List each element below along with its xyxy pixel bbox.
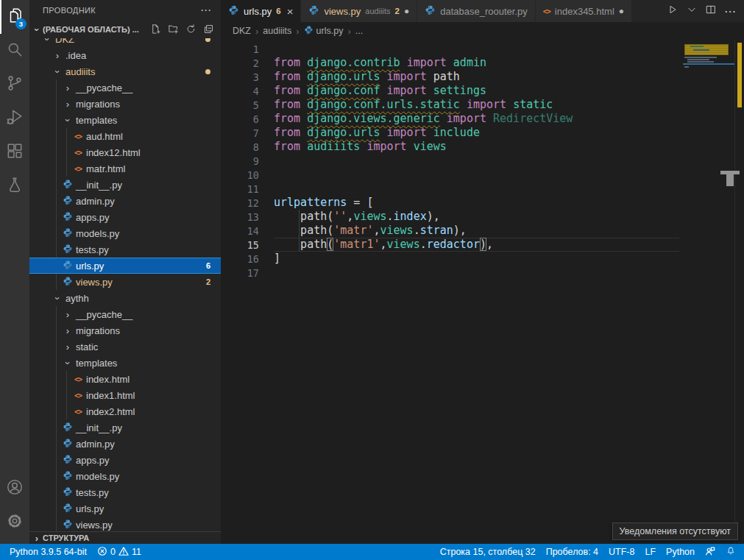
code-line-9[interactable]: 9 bbox=[221, 154, 744, 168]
python-icon bbox=[63, 179, 73, 191]
tab-label: views.py bbox=[324, 6, 361, 17]
code-line-3[interactable]: 3from django.urls import path bbox=[221, 70, 744, 84]
chevron-down-icon: › bbox=[63, 114, 74, 126]
collapse-all-button[interactable] bbox=[202, 23, 215, 36]
tree-file-urls-py[interactable]: urls.py6 bbox=[29, 258, 221, 274]
more-actions-icon[interactable]: ⋯ bbox=[200, 4, 212, 17]
tree-folder--pycache-[interactable]: ›__pycache__ bbox=[29, 306, 221, 322]
code-line-17[interactable]: 17 bbox=[221, 266, 744, 280]
activity-explorer[interactable]: 3 bbox=[0, 0, 29, 34]
activity-extensions[interactable] bbox=[0, 135, 29, 169]
tree-folder-migrations[interactable]: ›migrations bbox=[29, 96, 221, 112]
code-line-12[interactable]: 12urlpatterns = [ bbox=[221, 196, 744, 210]
workspace-section-header[interactable]: › (РАБОЧАЯ ОБЛАСТЬ) ... bbox=[29, 21, 221, 38]
breadcrumb-item[interactable]: urls.py bbox=[304, 25, 344, 37]
tree-folder--pycache-[interactable]: ›__pycache__ bbox=[29, 79, 221, 96]
breadcrumb-item[interactable]: DKZ bbox=[233, 26, 251, 36]
tree-file-index-html[interactable]: <>index.html bbox=[29, 371, 221, 387]
error-icon bbox=[97, 546, 107, 559]
tab-index345-html[interactable]: <>index345.html● bbox=[536, 0, 632, 22]
status-python-interpreter[interactable]: Python 3.9.5 64-bit bbox=[4, 544, 92, 560]
tree-file-views-py[interactable]: views.py bbox=[29, 517, 221, 531]
status-indentation[interactable]: Пробелов: 4 bbox=[541, 544, 603, 560]
tree-file--init-py[interactable]: __init__.py bbox=[29, 177, 221, 193]
chevron-right-icon: › bbox=[62, 309, 74, 320]
tab-views-py[interactable]: views.pyaudiiits2● bbox=[301, 0, 417, 22]
more-actions[interactable]: ⋯ bbox=[722, 2, 738, 20]
activity-search[interactable] bbox=[0, 34, 29, 68]
code-line-1[interactable]: 1 bbox=[221, 42, 744, 56]
tree-folder-templates[interactable]: ›templates bbox=[29, 112, 221, 128]
scrollbar-handle[interactable] bbox=[726, 171, 734, 186]
status-eol[interactable]: LF bbox=[640, 544, 661, 560]
dirty-dot[interactable]: ● bbox=[404, 6, 409, 16]
code-line-2[interactable]: 2from django.contrib import admin bbox=[221, 56, 744, 70]
tree-file--init-py[interactable]: __init__.py bbox=[29, 419, 221, 436]
tree-file-index1-html[interactable]: <>index1.html bbox=[29, 387, 221, 403]
tree-file-aud-html[interactable]: <>aud.html bbox=[29, 128, 221, 144]
tab-urls-py[interactable]: urls.py6× bbox=[221, 0, 301, 22]
status-label: Python bbox=[666, 547, 695, 557]
run-button[interactable] bbox=[665, 2, 681, 20]
activity-account[interactable] bbox=[0, 472, 29, 506]
tree-item-label: tests.py bbox=[76, 487, 109, 498]
activity-run-debug[interactable] bbox=[0, 102, 29, 135]
code-line-11[interactable]: 11 bbox=[221, 182, 744, 196]
status-encoding[interactable]: UTF-8 bbox=[603, 544, 640, 560]
code-line-10[interactable]: 10 bbox=[221, 168, 744, 182]
tree-file-admin-py[interactable]: admin.py bbox=[29, 436, 221, 452]
tree-folder--idea[interactable]: ›.idea bbox=[29, 47, 221, 63]
tree-file-tests-py[interactable]: tests.py bbox=[29, 484, 221, 500]
tree-file-models-py[interactable]: models.py bbox=[29, 468, 221, 484]
code-editor[interactable]: 12from django.contrib import admin3from … bbox=[221, 40, 744, 544]
tree-file-models-py[interactable]: models.py bbox=[29, 225, 221, 241]
tree-file-apps-py[interactable]: apps.py bbox=[29, 209, 221, 225]
tree-file-index12-html[interactable]: <>index12.html bbox=[29, 144, 221, 160]
code-line-7[interactable]: 7from django.urls import include bbox=[221, 126, 744, 140]
activity-testing[interactable] bbox=[0, 169, 29, 203]
overview-ruler[interactable] bbox=[734, 40, 744, 544]
code-line-5[interactable]: 5from django.conf.urls.static import sta… bbox=[221, 98, 744, 112]
breadcrumb-item[interactable]: ... bbox=[355, 26, 363, 36]
status-language-mode[interactable]: Python bbox=[661, 544, 700, 560]
dirty-dot[interactable]: ● bbox=[619, 6, 624, 16]
status-feedback[interactable] bbox=[700, 544, 720, 560]
new-folder-icon bbox=[168, 24, 179, 36]
code-line-8[interactable]: 8from audiiits import views bbox=[221, 140, 744, 154]
new-folder-button[interactable] bbox=[166, 23, 180, 36]
code-line-4[interactable]: 4from django.conf import settings bbox=[221, 84, 744, 98]
problems-badge: 6 bbox=[206, 261, 210, 270]
tree-file-tests-py[interactable]: tests.py bbox=[29, 241, 221, 258]
tree-folder-templates[interactable]: ›templates bbox=[29, 355, 221, 371]
tree-file-urls-py[interactable]: urls.py bbox=[29, 500, 221, 517]
status-cursor-position[interactable]: Строка 15, столбец 32 bbox=[435, 544, 541, 560]
refresh-icon bbox=[185, 24, 196, 36]
refresh-button[interactable] bbox=[184, 23, 197, 36]
status-notifications-bell[interactable] bbox=[720, 544, 741, 560]
tree-folder-aythh[interactable]: ›aythh bbox=[29, 290, 221, 306]
tree-folder-migrations[interactable]: ›migrations bbox=[29, 322, 221, 339]
tree-folder-audiiits[interactable]: ›audiiits bbox=[29, 63, 221, 79]
tree-file-admin-py[interactable]: admin.py bbox=[29, 193, 221, 209]
tree-file-matr-html[interactable]: <>matr.html bbox=[29, 160, 221, 177]
close-icon[interactable]: × bbox=[287, 5, 294, 18]
tree-file-apps-py[interactable]: apps.py bbox=[29, 452, 221, 468]
tree-item-label: admin.py bbox=[76, 196, 115, 207]
code-line-6[interactable]: 6from django.views.generic import Redire… bbox=[221, 112, 744, 126]
tab-database-roouter-py[interactable]: database_roouter.py bbox=[417, 0, 536, 22]
tree-file-views-py[interactable]: views.py2 bbox=[29, 274, 221, 290]
activity-settings[interactable] bbox=[0, 506, 29, 539]
code-line-16[interactable]: 16] bbox=[221, 252, 744, 266]
run-dropdown[interactable] bbox=[684, 2, 700, 20]
tree-item-label: apps.py bbox=[76, 212, 110, 223]
tree-file-index2-html[interactable]: <>index2.html bbox=[29, 403, 221, 419]
status-problems[interactable]: 011 bbox=[92, 544, 146, 560]
new-file-button[interactable] bbox=[149, 23, 162, 36]
breadcrumb-item[interactable]: audiiits bbox=[263, 26, 291, 36]
line-number: 13 bbox=[221, 210, 259, 224]
activity-source-control[interactable] bbox=[0, 68, 29, 102]
outline-section-header[interactable]: › СТРУКТУРА bbox=[29, 531, 221, 544]
split-editor-button[interactable] bbox=[703, 2, 719, 20]
tree-folder-dkz[interactable]: ›DKZ bbox=[29, 38, 221, 47]
tree-folder-static[interactable]: ›static bbox=[29, 339, 221, 355]
